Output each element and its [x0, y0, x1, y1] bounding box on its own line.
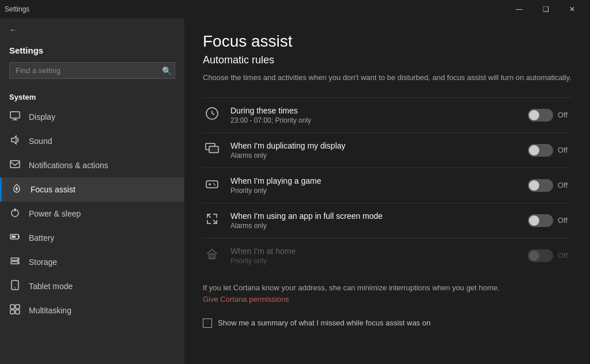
clock-icon	[203, 107, 221, 123]
fullscreen-text: When I'm using an app in full screen mod…	[230, 211, 519, 230]
sound-icon	[9, 135, 21, 147]
duplicating-display-name: When I'm duplicating my display	[230, 141, 519, 150]
at-home-toggle-label: Off	[558, 251, 572, 260]
fullscreen-icon	[203, 212, 221, 229]
svg-rect-9	[12, 236, 16, 238]
battery-icon	[9, 232, 21, 244]
svg-point-12	[17, 259, 18, 260]
sidebar-item-sound[interactable]: Sound	[0, 129, 184, 153]
battery-label: Battery	[29, 233, 54, 242]
svg-rect-16	[10, 305, 14, 309]
close-button[interactable]: ✕	[559, 0, 585, 18]
app-body: ← Settings 🔍 System Display Sound Notifi…	[0, 18, 590, 364]
search-input[interactable]	[9, 62, 175, 79]
duplicating-display-sub: Alarms only	[230, 151, 519, 160]
svg-rect-0	[10, 112, 20, 118]
sound-label: Sound	[29, 136, 52, 146]
cortana-text: If you let Cortana know your address, sh…	[203, 282, 572, 294]
svg-rect-25	[206, 181, 218, 188]
notifications-label: Notifications & actions	[29, 161, 108, 170]
sidebar-item-multitasking[interactable]: Multitasking	[0, 298, 184, 323]
during-times-text: During these times 23:00 - 07:00; Priori…	[230, 106, 519, 124]
power-icon	[9, 207, 21, 220]
sidebar-item-storage[interactable]: Storage	[0, 250, 184, 274]
notifications-icon	[9, 159, 21, 172]
focus-assist-icon	[11, 183, 22, 196]
tablet-icon	[9, 280, 21, 293]
restore-button[interactable]: ❑	[532, 0, 559, 18]
back-icon: ←	[9, 25, 17, 34]
during-times-name: During these times	[230, 106, 519, 115]
fullscreen-name: When I'm using an app in full screen mod…	[230, 211, 519, 221]
tablet-mode-label: Tablet mode	[29, 282, 73, 291]
fullscreen-toggle[interactable]	[528, 214, 553, 227]
svg-rect-4	[10, 161, 20, 168]
rule-duplicating-display: When I'm duplicating my display Alarms o…	[203, 132, 572, 168]
svg-line-22	[212, 113, 214, 115]
svg-rect-17	[16, 305, 20, 309]
sidebar-section-label: System	[0, 88, 184, 105]
title-bar: Settings — ❑ ✕	[0, 0, 590, 18]
duplicating-display-text: When I'm duplicating my display Alarms o…	[230, 141, 519, 160]
duplicate-display-icon	[203, 142, 221, 158]
section-description: Choose the times and activities when you…	[203, 72, 572, 84]
cortana-link[interactable]: Give Cortana permissions	[203, 295, 289, 304]
playing-game-text: When I'm playing a game Priority only	[230, 176, 519, 195]
during-times-sub: 23:00 - 07:00; Priority only	[230, 116, 519, 124]
svg-rect-24	[209, 146, 218, 153]
svg-rect-8	[18, 236, 20, 238]
svg-line-30	[207, 214, 211, 218]
playing-game-name: When I'm playing a game	[230, 176, 519, 185]
rule-full-screen: When I'm using an app in full screen mod…	[203, 203, 572, 238]
back-button[interactable]: ←	[0, 18, 184, 41]
svg-point-29	[214, 184, 215, 185]
sidebar-item-tablet-mode[interactable]: Tablet mode	[0, 274, 184, 298]
storage-label: Storage	[29, 257, 57, 267]
sidebar: ← Settings 🔍 System Display Sound Notifi…	[0, 18, 184, 364]
display-label: Display	[29, 112, 55, 122]
rule-playing-game: When I'm playing a game Priority only Of…	[203, 168, 572, 203]
sidebar-item-display[interactable]: Display	[0, 105, 184, 129]
svg-point-13	[17, 262, 18, 263]
game-toggle-label: Off	[558, 181, 572, 189]
sidebar-item-focus-assist[interactable]: Focus assist	[0, 177, 184, 202]
power-sleep-label: Power & sleep	[29, 209, 81, 218]
at-home-toggle-area: Off	[528, 249, 572, 262]
summary-checkbox-row: Show me a summary of what I missed while…	[203, 317, 572, 329]
game-toggle[interactable]	[528, 179, 553, 192]
search-icon[interactable]: 🔍	[162, 66, 172, 75]
fullscreen-sub: Alarms only	[230, 222, 519, 230]
duplicating-toggle-area: Off	[528, 144, 572, 157]
svg-line-31	[213, 220, 217, 223]
storage-icon	[9, 256, 21, 268]
sidebar-item-battery[interactable]: Battery	[0, 226, 184, 250]
page-title: Focus assist	[203, 32, 572, 51]
rule-during-times: During these times 23:00 - 07:00; Priori…	[203, 97, 572, 132]
multitasking-icon	[9, 304, 21, 317]
focus-assist-label: Focus assist	[31, 185, 75, 194]
cortana-section: If you let Cortana know your address, sh…	[203, 282, 572, 306]
game-toggle-area: Off	[528, 179, 572, 192]
fullscreen-toggle-area: Off	[528, 214, 572, 227]
during-times-toggle[interactable]	[528, 109, 553, 122]
sidebar-title: Settings	[0, 41, 184, 62]
playing-game-sub: Priority only	[230, 187, 519, 195]
app-title: Settings	[5, 5, 29, 13]
during-times-toggle-area: Off	[528, 109, 572, 122]
svg-rect-18	[10, 310, 14, 314]
at-home-sub: Priority only	[230, 257, 519, 265]
svg-rect-32	[209, 254, 215, 259]
minimize-button[interactable]: —	[506, 0, 532, 18]
sidebar-item-power-sleep[interactable]: Power & sleep	[0, 202, 184, 226]
summary-checkbox[interactable]	[203, 318, 212, 328]
search-box: 🔍	[9, 62, 175, 79]
duplicating-toggle[interactable]	[528, 144, 553, 157]
sidebar-item-notifications[interactable]: Notifications & actions	[0, 153, 184, 177]
fullscreen-toggle-label: Off	[558, 216, 572, 225]
svg-rect-19	[16, 310, 20, 314]
title-bar-left: Settings	[5, 5, 29, 13]
at-home-toggle[interactable]	[528, 249, 553, 262]
at-home-text: When I'm at home Priority only	[230, 247, 519, 265]
svg-point-28	[213, 183, 214, 184]
display-icon	[9, 111, 21, 123]
